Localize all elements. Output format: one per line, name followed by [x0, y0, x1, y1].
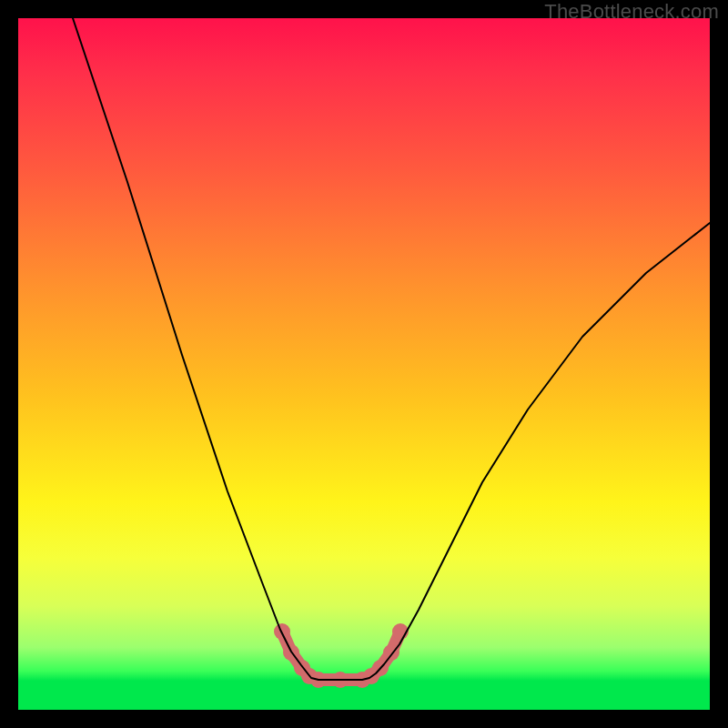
bottleneck-curve-path [73, 18, 710, 680]
chart-frame: TheBottleneck.com [0, 0, 728, 728]
watermark-text: TheBottleneck.com [544, 0, 719, 24]
chart-svg [18, 18, 710, 710]
plot-area [18, 18, 710, 710]
